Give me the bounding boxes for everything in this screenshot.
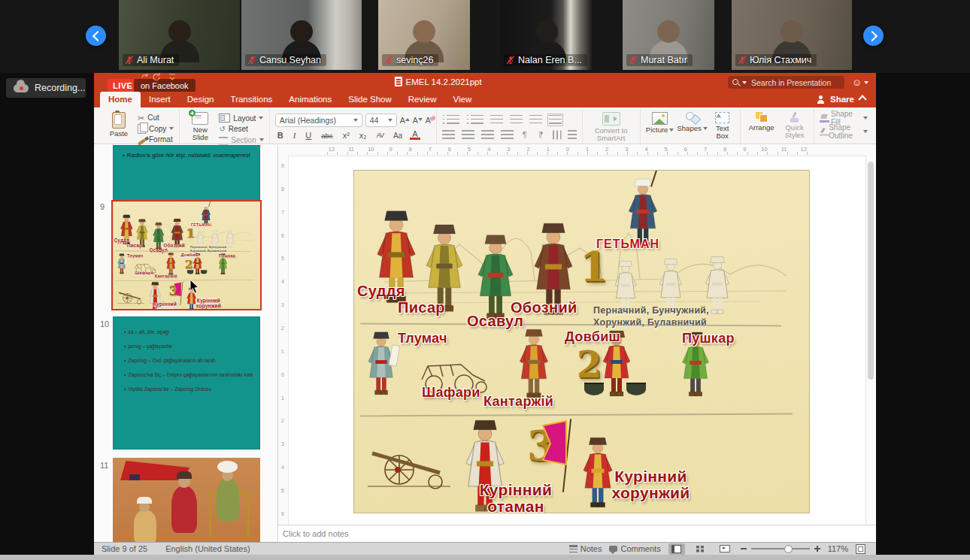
decrease-indent-button[interactable] (490, 115, 503, 125)
new-slide-button[interactable]: New Slide (185, 109, 215, 144)
tab-home[interactable]: Home (100, 92, 141, 107)
font-color-button[interactable]: A (410, 131, 420, 140)
text-box-label: Text Box (716, 125, 729, 141)
align-center-button[interactable] (462, 130, 474, 140)
superscript-button[interactable]: x² (341, 131, 352, 140)
search-input[interactable] (750, 77, 854, 88)
ltr-paragraph-button[interactable]: ¶ (520, 130, 529, 139)
slide-sorter-view-button[interactable] (693, 543, 709, 555)
zoom-in-button[interactable] (814, 546, 820, 552)
slide-11-thumbnail[interactable] (113, 458, 260, 542)
participant-name-tag: Cansu Seyhan (245, 54, 326, 66)
bold-button[interactable]: B (275, 131, 286, 140)
convert-to-smartart-button[interactable]: Convert to SmartArt (588, 109, 635, 144)
divider-row2 (115, 280, 254, 281)
align-left-button[interactable] (442, 130, 455, 140)
slide-9-thumbnail-art: Суддя Писар Осавул Обозний гетьман 1 Пер… (113, 201, 160, 310)
shrink-font-button[interactable]: A (413, 116, 423, 125)
vertical-scrollbar[interactable] (865, 156, 876, 525)
insert-picture-button[interactable]: Picture (646, 109, 674, 144)
bullets-button[interactable] (447, 115, 459, 125)
share-button[interactable]: Share (817, 95, 865, 104)
normal-view-button[interactable] (668, 543, 685, 555)
paste-button[interactable]: Paste (104, 109, 134, 144)
miniature-figure-right (217, 479, 239, 521)
shape-fill-button[interactable]: Shape Fill (820, 114, 868, 123)
number-1: 1 (580, 243, 608, 291)
slide-editor[interactable]: 1211109876543210123456789101112 98765432… (278, 145, 876, 542)
change-case-button[interactable]: Aa (391, 132, 405, 140)
italic-button[interactable]: I (291, 131, 299, 140)
justify-button[interactable] (501, 130, 514, 140)
tab-insert[interactable]: Insert (141, 92, 179, 107)
participant-tile[interactable]: Cansu Seyhan (241, 0, 362, 70)
participant-tile[interactable]: Murat Batır (623, 0, 714, 70)
slide-canvas-image[interactable]: Суддя Писар Осавул Обозний гетьман 1 Пер… (353, 170, 810, 513)
feedback-smiley-button[interactable]: ☺ (852, 77, 868, 88)
tab-design[interactable]: Design (179, 92, 223, 107)
copy-button[interactable]: Copy (138, 124, 174, 133)
participant-tile[interactable]: Nalan Eren B... (500, 0, 593, 70)
recording-indicator[interactable]: Recording... (6, 78, 86, 98)
slideshow-view-button[interactable] (717, 543, 733, 555)
zoom-slider-knob[interactable] (784, 545, 793, 553)
quick-access-toolbar-icons[interactable] (141, 73, 180, 80)
shape-outline-button[interactable]: Shape Outline (820, 127, 868, 136)
rtl-paragraph-button[interactable]: ¶ (536, 130, 545, 139)
slide-10-thumbnail[interactable]: •za – alt, öte, aşağı•porog – çağlayanla… (113, 316, 260, 450)
previous-participants-button[interactable] (86, 26, 106, 46)
increase-indent-button[interactable] (510, 115, 523, 125)
arrange-button[interactable]: Arrange (746, 109, 778, 144)
font-size-combo[interactable]: 44 (365, 114, 397, 127)
character-spacing-button[interactable]: AV (374, 132, 386, 139)
underline-button[interactable]: U (303, 131, 314, 140)
zoom-out-button[interactable] (741, 548, 747, 549)
align-text-button[interactable] (568, 130, 577, 140)
language-indicator[interactable]: English (United States) (165, 544, 250, 553)
zoom-control (741, 546, 820, 552)
line-spacing-button[interactable] (529, 115, 542, 125)
tab-slide-show[interactable]: Slide Show (340, 92, 400, 107)
next-participants-button[interactable] (863, 26, 884, 46)
participant-tile[interactable]: Юлія Стахмич (732, 0, 852, 70)
scrollbar-thumb[interactable] (868, 162, 874, 380)
tab-animations[interactable]: Animations (280, 92, 340, 107)
add-table-button[interactable] (549, 115, 562, 125)
align-right-button[interactable] (481, 130, 494, 140)
quick-styles-button[interactable]: Quick Styles (781, 109, 808, 144)
numbering-button[interactable] (471, 115, 483, 125)
format-painter-button[interactable]: Format (138, 135, 174, 144)
participant-tile[interactable]: sevinç26 (378, 0, 470, 70)
strikethrough-button[interactable]: abc (319, 132, 335, 140)
slide-9-thumbnail-selected[interactable]: Суддя Писар Осавул Обозний гетьман 1 Пер… (111, 200, 262, 310)
bottom-edge-strip (0, 555, 970, 560)
zoom-slider[interactable] (751, 548, 810, 549)
notes-pane[interactable]: Click to add notes (278, 525, 876, 542)
search-scope-caret-icon[interactable] (742, 81, 747, 84)
search-box[interactable] (728, 76, 844, 89)
comments-toggle-button[interactable]: Comments (609, 544, 660, 553)
grow-font-button[interactable]: A (400, 116, 410, 125)
clear-formatting-button[interactable]: A (426, 116, 431, 125)
section-button[interactable]: Section (219, 135, 263, 144)
zoom-percentage[interactable]: 117% (828, 544, 848, 553)
notes-placeholder[interactable]: Click to add notes (278, 525, 876, 538)
cannon-sketch (362, 438, 456, 492)
fit-slide-to-window-button[interactable] (856, 544, 865, 554)
tab-review[interactable]: Review (400, 92, 445, 107)
slide-thumbnail-panel[interactable]: •Radlov'a göre hür kişi, müstakil, macer… (94, 145, 278, 542)
mouse-cursor (189, 280, 200, 295)
cut-button[interactable]: ✂Cut (138, 114, 174, 122)
notes-toggle-button[interactable]: Notes (569, 544, 602, 553)
insert-text-box-button[interactable]: A Text Box (711, 109, 735, 144)
tab-view[interactable]: View (445, 92, 480, 107)
text-direction-button[interactable] (551, 131, 561, 140)
participant-tile[interactable]: Ali Murat (119, 0, 240, 70)
subscript-button[interactable]: x₂ (357, 131, 369, 140)
tab-transitions[interactable]: Transitions (223, 92, 281, 107)
reset-button[interactable]: ↺Reset (219, 125, 263, 133)
divider-row1 (360, 323, 781, 327)
font-name-combo[interactable]: Arial (Headings) (275, 114, 362, 127)
insert-shapes-button[interactable]: Shapes (678, 109, 707, 144)
layout-button[interactable]: Layout (219, 114, 263, 123)
